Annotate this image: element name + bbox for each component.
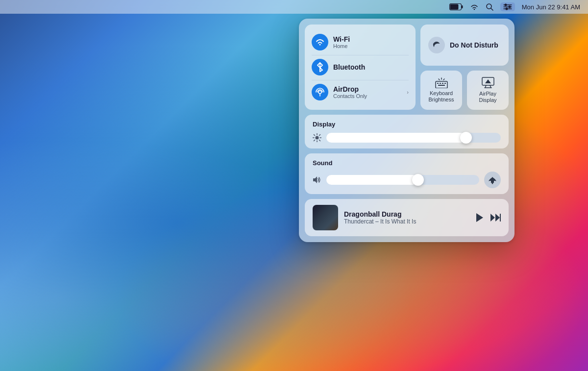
airdrop-name: AirDrop xyxy=(333,85,402,93)
svg-point-10 xyxy=(505,8,508,10)
airdrop-chevron-icon: › xyxy=(407,89,409,95)
svg-line-22 xyxy=(443,79,444,80)
airdrop-item[interactable]: AirDrop Contacts Only › xyxy=(312,80,409,104)
display-brightness-thumb xyxy=(460,132,472,144)
play-button[interactable] xyxy=(475,213,484,223)
keyboard-brightness-label: Keyboard Brightness xyxy=(425,90,457,103)
svg-rect-39 xyxy=(491,181,494,183)
svg-rect-2 xyxy=(462,5,463,8)
svg-point-8 xyxy=(508,6,511,8)
menubar-datetime: Mon Jun 22 9:41 AM xyxy=(522,3,580,11)
svg-rect-17 xyxy=(442,83,443,84)
svg-rect-16 xyxy=(440,83,441,84)
track-artist: Thundercat – It Is What It Is xyxy=(344,218,469,225)
track-info: Dragonball Durag Thundercat – It Is What… xyxy=(344,210,469,225)
svg-line-4 xyxy=(491,8,493,10)
airplay-audio-button[interactable] xyxy=(484,172,501,188)
small-tiles-row: Keyboard Brightness AirPlay Display xyxy=(420,71,509,110)
dnd-label: Do Not Disturb xyxy=(450,41,498,49)
display-brightness-slider[interactable] xyxy=(326,133,501,143)
sound-section: Sound xyxy=(305,153,509,194)
bluetooth-text: Bluetooth xyxy=(333,63,409,71)
menubar-right: Mon Jun 22 9:41 AM xyxy=(449,2,580,11)
volume-icon xyxy=(313,176,321,184)
svg-rect-19 xyxy=(438,85,445,86)
sound-label: Sound xyxy=(313,159,501,167)
svg-line-35 xyxy=(319,135,320,136)
sound-volume-slider[interactable] xyxy=(326,175,479,185)
battery-icon[interactable] xyxy=(449,3,463,10)
svg-rect-15 xyxy=(437,83,439,84)
svg-line-21 xyxy=(439,79,440,80)
dnd-icon xyxy=(428,37,445,53)
wifi-text: Wi-Fi Home xyxy=(333,35,409,49)
album-art xyxy=(313,205,338,230)
svg-line-33 xyxy=(314,135,315,136)
svg-point-28 xyxy=(316,136,319,140)
svg-marker-42 xyxy=(490,214,495,222)
svg-marker-37 xyxy=(313,176,317,183)
wifi-sub: Home xyxy=(333,43,409,49)
sound-slider-row xyxy=(313,172,501,188)
svg-rect-1 xyxy=(450,4,458,10)
wifi-name: Wi-Fi xyxy=(333,35,409,43)
airdrop-sub: Contacts Only xyxy=(333,93,402,99)
display-section: Display xyxy=(305,115,509,148)
svg-line-34 xyxy=(319,140,320,141)
wifi-icon[interactable] xyxy=(470,3,479,10)
airplay-display-tile[interactable]: AirPlay Display xyxy=(467,71,509,110)
top-row: Wi-Fi Home Bluetooth xyxy=(305,25,509,110)
sound-volume-fill xyxy=(326,175,418,185)
bluetooth-name: Bluetooth xyxy=(333,63,409,71)
airplay-display-label: AirPlay Display xyxy=(472,91,504,103)
airdrop-item-icon xyxy=(312,84,328,100)
wifi-item[interactable]: Wi-Fi Home xyxy=(312,30,409,54)
dnd-tile[interactable]: Do Not Disturb xyxy=(420,25,509,66)
display-slider-row xyxy=(313,133,501,143)
bluetooth-item-icon xyxy=(312,59,328,75)
svg-point-6 xyxy=(504,4,507,6)
display-brightness-fill xyxy=(326,133,466,143)
keyboard-brightness-icon xyxy=(435,77,448,88)
search-icon[interactable] xyxy=(486,3,493,11)
network-tile: Wi-Fi Home Bluetooth xyxy=(305,25,416,110)
svg-marker-38 xyxy=(489,177,496,181)
album-art-image xyxy=(313,205,338,230)
right-column: Do Not Disturb xyxy=(420,25,509,110)
wifi-item-icon xyxy=(312,34,328,50)
menubar: Mon Jun 22 9:41 AM xyxy=(0,0,588,14)
svg-line-36 xyxy=(314,140,315,141)
svg-marker-43 xyxy=(495,214,500,222)
airdrop-text: AirDrop Contacts Only xyxy=(333,85,402,99)
svg-point-12 xyxy=(318,91,321,94)
track-name: Dragonball Durag xyxy=(344,210,469,218)
svg-rect-18 xyxy=(444,83,446,84)
control-center-panel: Wi-Fi Home Bluetooth xyxy=(299,19,514,242)
now-playing-section: Dragonball Durag Thundercat – It Is What… xyxy=(305,199,509,236)
brightness-icon xyxy=(313,133,321,142)
airplay-display-icon xyxy=(481,77,495,89)
bluetooth-item[interactable]: Bluetooth xyxy=(312,55,409,79)
svg-point-40 xyxy=(492,183,493,184)
svg-marker-27 xyxy=(485,79,491,83)
svg-marker-41 xyxy=(476,213,483,222)
playback-controls xyxy=(475,213,501,223)
display-label: Display xyxy=(313,121,501,128)
skip-forward-button[interactable] xyxy=(490,213,501,222)
sound-volume-thumb xyxy=(412,174,424,186)
svg-rect-44 xyxy=(500,214,501,222)
control-center-toggle[interactable] xyxy=(500,2,515,11)
keyboard-brightness-tile[interactable]: Keyboard Brightness xyxy=(420,71,462,110)
